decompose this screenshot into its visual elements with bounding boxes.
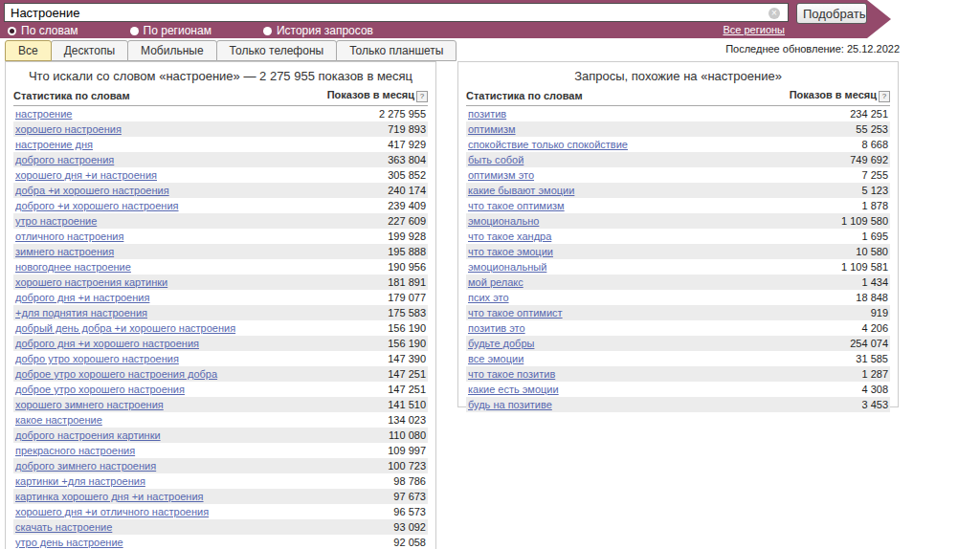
keyword-cell: будь на позитиве (466, 397, 810, 412)
keyword-link[interactable]: эмоционально (468, 215, 539, 227)
similar-table-header: Статистика по словам Показов в месяц? (466, 88, 890, 106)
keyword-link[interactable]: доброго +и хорошего настроения (15, 200, 179, 211)
keyword-link[interactable]: какое настроение (15, 414, 102, 426)
keyword-link[interactable]: позитив (468, 108, 506, 120)
keyword-link[interactable]: зимнего настроения (15, 246, 114, 257)
keyword-link[interactable]: хорошего настроения картинки (15, 276, 167, 288)
mode-radio[interactable]: История запросов (263, 24, 373, 37)
keyword-link[interactable]: что такое позитив (468, 368, 555, 380)
impressions-value: 10 580 (810, 244, 890, 259)
col-keyword-label: Статистика по словам (466, 90, 583, 101)
clear-icon[interactable]: × (768, 8, 780, 19)
table-row: хорошего зимнего настроения141 510 (13, 397, 428, 412)
keyword-link[interactable]: хорошего настроения (15, 123, 122, 135)
impressions-value: 1 287 (810, 366, 890, 382)
table-row: доброго зимнего настроения100 723 (13, 458, 428, 473)
impressions-value: 919 (810, 305, 890, 320)
table-row: новогоднее настроение190 956 (13, 259, 428, 274)
keyword-link[interactable]: доброго настроения (15, 154, 114, 165)
keyword-link[interactable]: будь на позитиве (468, 399, 552, 410)
keyword-link[interactable]: добро утро хорошего настроения (15, 353, 179, 364)
keyword-cell: утро день настроение (13, 535, 347, 549)
keyword-link[interactable]: утро день настроение (15, 537, 123, 548)
keyword-link[interactable]: оптимизм это (468, 169, 534, 181)
keyword-cell: добра +и хорошего настроения (13, 183, 347, 198)
keyword-cell: зимнего настроения (13, 244, 347, 259)
keyword-link[interactable]: доброго настроения картинки (15, 429, 161, 441)
table-row: мой релакс1 434 (466, 274, 890, 290)
col-value-label: Показов в месяц? (790, 89, 890, 102)
keyword-link[interactable]: настроение дня (15, 139, 93, 150)
search-input[interactable] (4, 3, 789, 22)
keyword-link[interactable]: картинки +для настроения (15, 475, 145, 487)
keyword-link[interactable]: прекрасного настроения (15, 445, 135, 456)
keyword-link[interactable]: доброе утро хорошего настроения (15, 384, 185, 395)
keyword-cell: псих это (466, 290, 810, 305)
keyword-link[interactable]: картинка хорошего дня +и настроения (15, 491, 204, 502)
impressions-value: 3 453 (810, 397, 890, 412)
keyword-cell: добрый день добра +и хорошего настроения (13, 320, 347, 336)
impressions-value: 179 077 (347, 290, 428, 305)
keyword-link[interactable]: доброго дня +и хорошего настроения (15, 338, 199, 349)
keyword-cell: отличного настроения (13, 229, 347, 244)
device-tab[interactable]: Только телефоны (216, 40, 338, 61)
table-row: псих это18 848 (466, 290, 890, 305)
help-icon[interactable]: ? (879, 91, 890, 102)
keyword-cell: доброе утро хорошего настроения (13, 382, 347, 397)
keyword-link[interactable]: доброе утро хорошего настроения добра (15, 368, 217, 380)
keyword-link[interactable]: эмоциональный (468, 261, 546, 273)
table-row: отличного настроения199 928 (13, 229, 428, 244)
keyword-cell: хорошего настроения (13, 121, 347, 137)
keywords-table: настроение2 275 955хорошего настроения71… (13, 106, 428, 549)
keyword-link[interactable]: доброго дня +и настроения (15, 292, 149, 303)
keyword-cell: что такое эмоции (466, 244, 810, 259)
help-icon[interactable]: ? (416, 91, 428, 102)
similar-panel: Запросы, похожие на «настроение» Статист… (457, 61, 899, 407)
keyword-link[interactable]: будьте добры (468, 338, 534, 349)
keyword-link[interactable]: спокойствие только спокойствие (468, 139, 628, 150)
keyword-link[interactable]: отличного настроения (15, 231, 123, 242)
keyword-link[interactable]: быть собой (468, 154, 523, 165)
table-row: позитив234 251 (466, 106, 890, 121)
keyword-link[interactable]: что такое эмоции (468, 246, 553, 257)
impressions-value: 4 206 (810, 320, 890, 336)
mode-radio[interactable]: По регионам (130, 24, 212, 37)
keyword-cell: быть собой (466, 152, 810, 167)
radio-icon (8, 27, 16, 35)
table-row: доброе утро хорошего настроения147 251 (13, 382, 428, 397)
keyword-link[interactable]: настроение (15, 108, 72, 120)
impressions-value: 92 058 (347, 535, 428, 549)
keyword-link[interactable]: добра +и хорошего настроения (15, 185, 169, 196)
keyword-link[interactable]: добрый день добра +и хорошего настроения (15, 322, 235, 334)
table-row: хорошего настроения картинки181 891 (13, 274, 428, 290)
keyword-link[interactable]: какие бывают эмоции (468, 185, 574, 196)
keyword-link[interactable]: хорошего дня +и настроения (15, 169, 157, 181)
keyword-link[interactable]: все эмоции (468, 353, 523, 364)
keyword-link[interactable]: утро настроение (15, 215, 97, 227)
keyword-cell: добро утро хорошего настроения (13, 351, 347, 366)
device-tab[interactable]: Мобильные (127, 40, 217, 61)
keyword-link[interactable]: новогоднее настроение (15, 261, 131, 273)
mode-radio[interactable]: По словам (8, 24, 78, 37)
last-update-text: Последнее обновление: 25.12.2022 (725, 43, 900, 55)
keyword-link[interactable]: какие есть эмоции (468, 384, 559, 395)
table-row: доброго дня +и настроения179 077 (13, 290, 428, 305)
keyword-link[interactable]: хорошего дня +и отличного настроения (15, 506, 209, 517)
device-tab[interactable]: Все (5, 40, 52, 61)
keyword-link[interactable]: хорошего зимнего настроения (15, 399, 164, 410)
keyword-link[interactable]: что такое хандра (468, 231, 551, 242)
keyword-link[interactable]: оптимизм (468, 123, 516, 135)
all-regions-link[interactable]: Все регионы (713, 24, 785, 35)
keyword-link[interactable]: псих это (468, 292, 509, 303)
keyword-link[interactable]: мой релакс (468, 276, 523, 288)
keyword-link[interactable]: позитив это (468, 322, 525, 334)
keyword-link[interactable]: что такое оптимист (468, 307, 563, 318)
keyword-link[interactable]: +для поднятия настроения (15, 307, 147, 318)
keyword-link[interactable]: доброго зимнего настроения (15, 460, 156, 472)
device-tab[interactable]: Десктопы (51, 40, 128, 61)
keyword-cell: +для поднятия настроения (13, 305, 347, 320)
keyword-link[interactable]: скачать настроение (15, 521, 112, 533)
submit-button[interactable]: Подобрать (796, 3, 867, 24)
device-tab[interactable]: Только планшеты (336, 40, 457, 61)
keyword-link[interactable]: что такое оптимизм (468, 200, 565, 211)
